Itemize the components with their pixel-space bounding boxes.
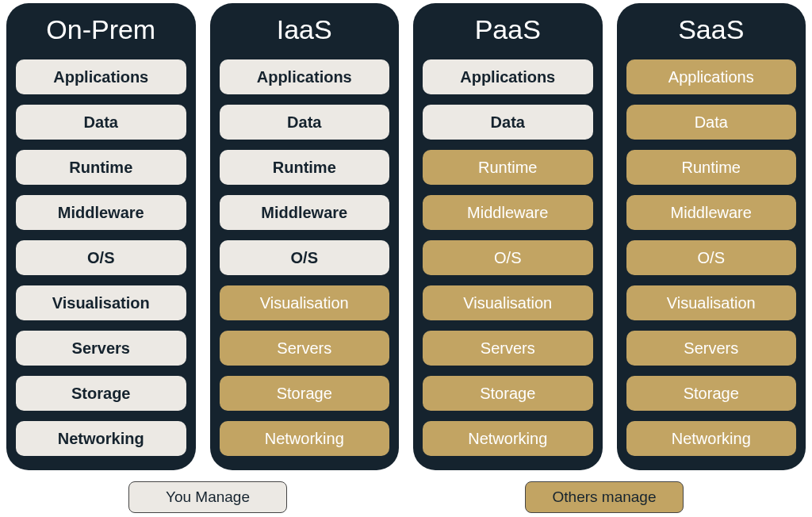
layer-visualisation: Visualisation — [626, 285, 797, 320]
legend-others-manage: Others manage — [525, 481, 684, 513]
layer-runtime: Runtime — [16, 150, 186, 185]
column-title: SaaS — [678, 14, 744, 45]
column-title: PaaS — [475, 14, 541, 45]
layer-networking: Networking — [220, 421, 390, 456]
column-title: On-Prem — [46, 14, 155, 45]
layer-os: O/S — [16, 240, 186, 275]
layer-middleware: Middleware — [220, 195, 390, 230]
layer-applications: Applications — [16, 59, 186, 94]
layer-applications: Applications — [220, 59, 390, 94]
layer-servers: Servers — [626, 331, 797, 366]
layer-middleware: Middleware — [16, 195, 186, 230]
layer-storage: Storage — [16, 376, 186, 411]
layer-servers: Servers — [16, 331, 186, 366]
layer-middleware: Middleware — [626, 195, 797, 230]
layer-runtime: Runtime — [220, 150, 390, 185]
column-iaas: IaaS Applications Data Runtime Middlewar… — [210, 3, 400, 470]
layer-os: O/S — [423, 240, 593, 275]
layer-os: O/S — [626, 240, 797, 275]
layer-runtime: Runtime — [626, 150, 797, 185]
layer-storage: Storage — [220, 376, 390, 411]
layer-networking: Networking — [16, 421, 186, 456]
layer-data: Data — [220, 105, 390, 140]
column-title: IaaS — [277, 14, 332, 45]
layer-runtime: Runtime — [423, 150, 593, 185]
legend-you-manage: You Manage — [128, 481, 287, 513]
legend: You Manage Others manage — [6, 481, 806, 513]
layer-networking: Networking — [626, 421, 797, 456]
layer-data: Data — [626, 105, 797, 140]
layer-visualisation: Visualisation — [16, 285, 186, 320]
layer-applications: Applications — [423, 59, 593, 94]
layer-visualisation: Visualisation — [220, 285, 390, 320]
column-saas: SaaS Applications Data Runtime Middlewar… — [617, 3, 806, 470]
column-on-prem: On-Prem Applications Data Runtime Middle… — [6, 3, 196, 470]
layer-networking: Networking — [423, 421, 593, 456]
layer-servers: Servers — [423, 331, 593, 366]
layer-os: O/S — [220, 240, 390, 275]
column-paas: PaaS Applications Data Runtime Middlewar… — [413, 3, 603, 470]
columns-container: On-Prem Applications Data Runtime Middle… — [6, 3, 806, 470]
layer-data: Data — [16, 105, 186, 140]
layer-visualisation: Visualisation — [423, 285, 593, 320]
layer-storage: Storage — [423, 376, 593, 411]
layer-middleware: Middleware — [423, 195, 593, 230]
layer-applications: Applications — [626, 59, 797, 94]
layer-servers: Servers — [220, 331, 390, 366]
layer-storage: Storage — [626, 376, 797, 411]
layer-data: Data — [423, 105, 593, 140]
